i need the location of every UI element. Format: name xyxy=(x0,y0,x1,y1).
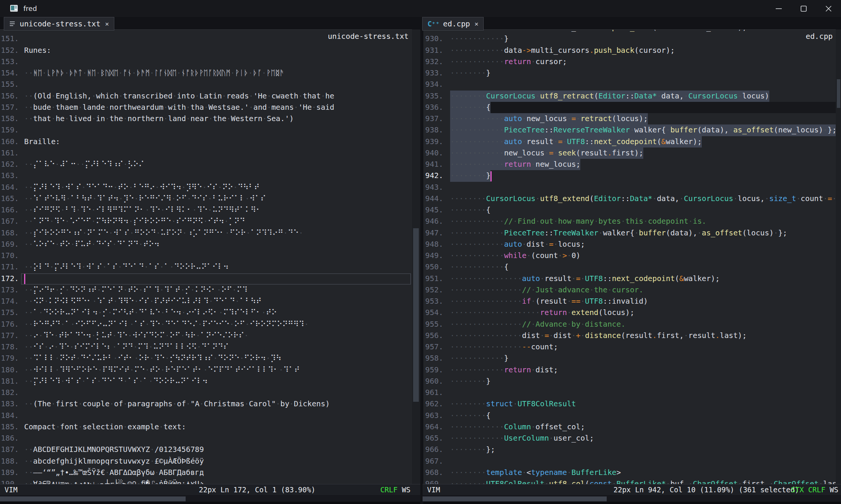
tab-ed-cpp[interactable]: C⁺⁺ ed.cpp ✕ xyxy=(422,17,484,31)
code-line[interactable]: 174.··⠪⠝·⠅⠝⠪⠇⠫⠛⠑⠂·⠱⠁⠞·⠹⠻⠑·⠊⠎·⠏⠜⠞⠊⠊⠥⠇⠜⠇⠹·… xyxy=(0,296,334,307)
code-line[interactable]: 176.··⠗⠑⠛⠜⠙·⠁·⠊⠕⠋⠋⠔⠤⠝⠁⠊⠇·⠁⠎·⠹⠑·⠙⠑⠁⠙⠑⠌·⠏⠊… xyxy=(0,319,334,330)
code-line[interactable]: 952.················//·Just·advance·the·… xyxy=(423,284,836,296)
code-line[interactable]: 180.··⠺⠊⠇⠇·⠹⠻⠑⠋⠕⠗⠑·⠏⠻⠍⠊⠞·⠍⠑·⠞⠕·⠗⠑⠏⠑⠁⠞⠂·⠑… xyxy=(0,364,334,376)
minimize-button[interactable] xyxy=(766,0,791,17)
left-horizontal-scrollbar[interactable] xyxy=(0,496,420,502)
code-line[interactable]: 940.············new_locus·=·seek(result.… xyxy=(423,148,836,159)
code-line[interactable]: 157.··bude·thaem·lande·northweardum·with… xyxy=(0,102,334,113)
left-vertical-scrollbar-thumb[interactable] xyxy=(413,228,419,402)
code-line[interactable]: 950.············{ xyxy=(423,261,836,273)
code-line[interactable]: 165.··⠱⠁⠞⠑⠧⠻·⠁⠃⠳⠞·⠹⠁⠞⠲·⡹⠑·⠗⠑⠛⠊⠌⠻·⠕⠋·⠙⠊⠎·… xyxy=(0,193,334,204)
code-line[interactable]: 173.··⡍⠔⠙⠖·⡊·⠙⠕⠝⠰⠞·⠍⠑⠁⠝·⠞⠕·⠎⠁⠹·⠹⠁⠞·⡊·⠅⠝⠪… xyxy=(0,284,334,296)
code-line[interactable]: 170. xyxy=(0,250,334,261)
code-line[interactable]: 190.··∀∂∈ℝ∧∪≡∞·↑↗↨↻⇣·┐┼╔╘░►☺♀·ﬁ�⑀₂ἠḂӥẄɐː… xyxy=(0,478,334,484)
code-line[interactable]: 177.··⠔·⠹⠑·⠞⠗⠁⠙⠑⠲·⡃⠥⠞·⠹⠑·⠺⠊⠎⠙⠕⠍·⠕⠋·⠳⠗·⠁⠝… xyxy=(0,330,334,341)
code-line[interactable]: 957.················--count; xyxy=(423,341,836,353)
code-line[interactable]: 185.Compact·font·selection·example·text: xyxy=(0,421,334,433)
code-line[interactable]: 163. xyxy=(0,170,334,181)
maximize-button[interactable] xyxy=(791,0,816,17)
code-line[interactable]: 949.············while·(count·>·0) xyxy=(423,250,836,261)
code-line[interactable]: 936.········{ xyxy=(423,102,836,113)
code-line[interactable]: 960.········} xyxy=(423,376,836,387)
code-line[interactable]: 932.············return·cursor; xyxy=(423,56,836,68)
code-line[interactable]: 189.··–—‘“”„†•…‰™œŠŸž€·ΑΒΓΔΩαβγδω·АБВГДа… xyxy=(0,467,334,478)
code-line[interactable]: 947.············PieceTree::TreeWalker·wa… xyxy=(423,227,836,239)
code-line[interactable]: 930.············} xyxy=(423,33,836,45)
code-line[interactable]: 168.··⡎⠊⠗⠕⠕⠛⠑⠰⠎·⠝⠁⠍⠑·⠺⠁⠎·⠛⠕⠕⠙·⠥⠏⠕⠝·⠰⡡⠁⠝⠛… xyxy=(0,227,334,239)
code-line[interactable]: 929.················data->multi_cursors.… xyxy=(423,29,836,33)
code-line[interactable]: 968.········template·<typename·BufferLik… xyxy=(423,467,836,478)
code-line[interactable]: 933.········} xyxy=(423,68,836,79)
right-horizontal-scrollbar[interactable] xyxy=(423,496,841,502)
code-line[interactable]: 943. xyxy=(423,182,836,193)
right-vertical-scrollbar-thumb[interactable] xyxy=(837,79,840,108)
code-line[interactable]: 953.················if·(result·==·UTF8::… xyxy=(423,296,836,307)
code-line[interactable]: 153. xyxy=(0,56,334,68)
code-line[interactable]: 945.········{ xyxy=(423,204,836,216)
code-line[interactable]: 954.····················return·extend(lo… xyxy=(423,307,836,318)
code-line[interactable]: 169.··⠡⠕⠎⠑·⠞⠕·⠏⠥⠞·⠙⠊⠎·⠙⠁⠝⠙·⠞⠕⠲ xyxy=(0,239,334,250)
code-line[interactable]: 155. xyxy=(0,79,334,90)
code-line[interactable]: 956.················dist·=·dist·+·distan… xyxy=(423,330,836,341)
line-number: 939. xyxy=(425,136,442,148)
code-line[interactable]: 184. xyxy=(0,410,334,421)
code-line[interactable]: 152.Runes: xyxy=(0,45,334,56)
code-line[interactable]: 965.············UserColumn·user_col; xyxy=(423,433,836,444)
code-line[interactable]: 962.········struct·UTF8ColResult xyxy=(423,398,836,410)
code-line[interactable]: 156.··(Old·English,·which·transcribed·in… xyxy=(0,91,334,102)
code-line[interactable]: 958.············} xyxy=(423,353,836,364)
close-button[interactable] xyxy=(816,0,841,17)
code-line[interactable]: 959.············return·dist; xyxy=(423,364,836,376)
code-line[interactable]: 159. xyxy=(0,124,334,136)
code-line[interactable]: 160.Braille: xyxy=(0,136,334,148)
code-line[interactable]: 934. xyxy=(423,79,836,90)
code-line[interactable]: 167.··⠁⠝⠙·⠹⠑·⠡⠊⠑⠋·⠍⠳⠗⠝⠻⠲·⡎⠊⠗⠕⠕⠛⠑·⠎⠊⠛⠝⠫·⠊… xyxy=(0,216,334,227)
code-line[interactable]: 188.··abcdefghijklmnopqrstuvwxyz·£©µÀÆÖÞ… xyxy=(0,456,334,467)
code-line[interactable]: 178.··⠊⠎·⠔·⠹⠑·⠎⠊⠍⠊⠇⠑⠆·⠁⠝⠙·⠍⠹·⠥⠝⠙⠁⠇⠇⠪⠫·⠙⠁… xyxy=(0,341,334,353)
code-line[interactable]: 938.············PieceTree::ReverseTreeWa… xyxy=(423,124,836,136)
code-line[interactable]: 181.··⡍⠜⠇⠑⠹·⠺⠁⠎·⠁⠎·⠙⠑⠁⠙·⠁⠎·⠁·⠙⠕⠕⠗⠤⠝⠁⠊⠇⠲ xyxy=(0,376,334,387)
tab-close-icon[interactable]: ✕ xyxy=(104,20,109,28)
right-vertical-scrollbar[interactable] xyxy=(836,29,841,484)
code-line[interactable]: 939.············auto·result·=·UTF8::next… xyxy=(423,136,836,148)
code-line[interactable]: 967. xyxy=(423,456,836,467)
code-line[interactable]: 151. xyxy=(0,33,334,45)
code-line[interactable]: 158.··that·he·lived·in·the·northern·land… xyxy=(0,113,334,124)
code-line[interactable]: 154.··ᚻᛖ·ᚳᚹᚫᚦ·ᚦᚫᛏ·ᚻᛖ·ᛒᚢᛞᛖ·ᚩᚾ·ᚦᚫᛗ·ᛚᚪᚾᛞᛖ·ᚾ… xyxy=(0,68,334,79)
code-line[interactable]: 955.················//·Advance·by·distan… xyxy=(423,319,836,330)
code-line[interactable]: 951.················auto·result·=·UTF8::… xyxy=(423,273,836,284)
code-line[interactable]: 161. xyxy=(0,148,334,159)
code-line[interactable]: 942.········} xyxy=(423,170,836,181)
code-line[interactable]: 931.············data->multi_cursors.push… xyxy=(423,45,836,56)
lock-icon[interactable] xyxy=(327,484,345,495)
left-horizontal-scrollbar-thumb[interactable] xyxy=(0,496,186,501)
code-line[interactable]: 935.········CursorLocus·utf8_retract(Edi… xyxy=(423,91,836,102)
code-line[interactable]: 179.··⠩⠁⠇⠇·⠝⠕⠞·⠙⠊⠌⠥⠗⠃·⠊⠞⠂·⠕⠗·⠹⠑·⡊⠳⠝⠞⠗⠹⠰⠎… xyxy=(0,353,334,364)
code-line[interactable]: 175.··⠁·⠙⠕⠕⠗⠤⠝⠁⠊⠇⠲·⡊·⠍⠊⠣⠞·⠙⠁⠧⠑·⠃⠑⠲·⠔⠊⠇⠔⠫… xyxy=(0,307,334,318)
code-line[interactable]: 937.············auto·new_locus·=·retract… xyxy=(423,113,836,124)
code-line[interactable]: 948.············auto·dist·=·locus; xyxy=(423,239,836,250)
tab-unicode-stress[interactable]: unicode-stress.txt ✕ xyxy=(4,17,114,31)
code-line[interactable]: 162.··⡌⠁⠧⠑·⠼⠁⠒··⡍⠜⠇⠑⠹⠰⠎·⡣⠕⠌ xyxy=(0,159,334,170)
code-line[interactable]: 186. xyxy=(0,433,334,444)
code-line[interactable]: 944.········CursorLocus·utf8_extend(Edit… xyxy=(423,193,836,204)
right-editor-pane[interactable]: 929.················data->multi_cursors.… xyxy=(423,29,836,484)
code-line[interactable]: 164.··⡍⠜⠇⠑⠹·⠺⠁⠎·⠙⠑⠁⠙⠒·⠞⠕·⠃⠑⠛⠔·⠺⠊⠹⠲·⡹⠻⠑·⠊… xyxy=(0,182,334,193)
code-line[interactable]: 187.··ABCDEFGHIJKLMNOPQRSTUVWXYZ·/012345… xyxy=(0,444,334,455)
code-line[interactable]: 946.············//·Find·out·how·many·byt… xyxy=(423,216,836,227)
line-number: 941. xyxy=(425,159,442,170)
left-vertical-scrollbar[interactable] xyxy=(412,29,420,484)
code-line[interactable]: 182. xyxy=(0,387,334,398)
code-line[interactable]: 966.········}; xyxy=(423,444,836,455)
code-line[interactable]: 183.··(The·first·couple·of·paragraphs·of… xyxy=(0,398,334,410)
code-line[interactable]: 964.············Column·offset_col; xyxy=(423,421,836,433)
code-line[interactable]: 166.··⠎⠊⠛⠝⠫·⠃⠹·⠹⠑·⠊⠇⠻⠛⠹⠍⠁⠝⠂·⠹⠑·⠊⠇⠻⠅⠂·⠹⠑·… xyxy=(0,204,334,216)
code-line[interactable]: 963.········{ xyxy=(423,410,836,421)
code-line[interactable]: 171.··⡕⠇⠙·⡍⠜⠇⠑⠹·⠺⠁⠎·⠁⠎·⠙⠑⠁⠙·⠁⠎·⠁·⠙⠕⠕⠗⠤⠝⠁… xyxy=(0,261,334,273)
tab-close-icon[interactable]: ✕ xyxy=(474,20,478,28)
code-line[interactable]: 961. xyxy=(423,387,836,398)
right-horizontal-scrollbar-thumb[interactable] xyxy=(423,496,607,501)
code-line[interactable]: 941.············return·new_locus; xyxy=(423,159,836,170)
code-line[interactable]: 969.········UTF8ColResult·utf8_col(const… xyxy=(423,478,836,484)
left-editor-pane[interactable]: 150.··ሰው·እንደቤቱ·እንጅ·እንደ·ጉረቤቱ·አይተዳደርም።151.… xyxy=(0,29,412,484)
